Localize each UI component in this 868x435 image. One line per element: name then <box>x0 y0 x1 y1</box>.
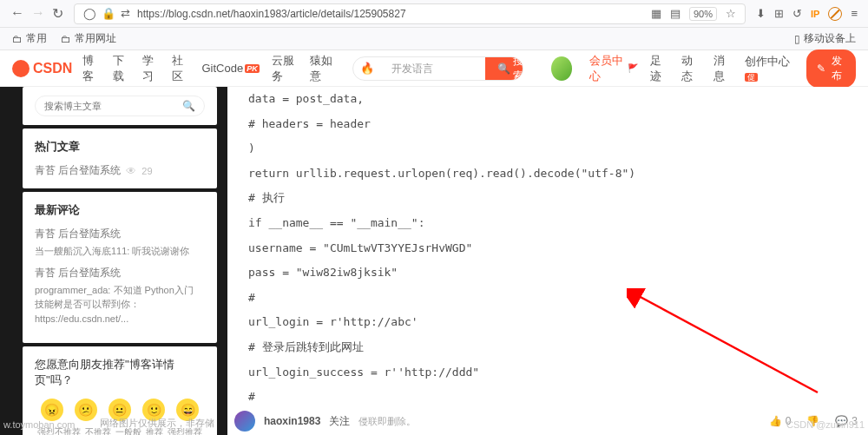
zoom-level[interactable]: 90% <box>689 7 717 21</box>
fire-icon: 🔥 <box>353 62 381 75</box>
follow-button[interactable]: 关注 <box>329 414 350 429</box>
bookmark-star-icon[interactable]: ☆ <box>726 7 736 20</box>
watermark-csdn: CSDN @zubin911 <box>786 419 865 430</box>
folder-icon: 🗀 <box>12 33 23 45</box>
emoji-unhappy[interactable]: 😕 <box>75 399 97 421</box>
code-line: # 执行 <box>248 186 847 211</box>
del-note: 侵联即删除。 <box>358 415 416 428</box>
code-line: if __name__ == "__main__": <box>248 211 847 236</box>
code-line: ) <box>248 136 847 161</box>
card-title: 热门文章 <box>35 139 205 155</box>
code-line: data = post_data, <box>248 87 847 112</box>
user-avatar[interactable] <box>551 56 573 81</box>
publish-button[interactable]: ✎ 发布 <box>806 49 856 88</box>
shield-icon: ◯ <box>83 7 96 20</box>
code-line: return urllib.request.urlopen(req).read(… <box>248 161 847 187</box>
search-input[interactable] <box>381 63 485 75</box>
code-line: # <box>248 286 847 311</box>
refresh-button[interactable]: ↻ <box>52 5 63 22</box>
image-disclaimer: 网络图片仅供展示，非存储 <box>100 417 214 430</box>
reader-icon[interactable]: ▤ <box>670 7 681 20</box>
nav-community[interactable]: 社区 <box>172 53 189 84</box>
adblock-icon[interactable] <box>828 7 842 21</box>
code-line: username = "CUmLtwVT3YYEJsrHvWGD" <box>248 236 847 261</box>
ip-icon[interactable]: IP <box>811 9 819 19</box>
search-icon: 🔍 <box>497 63 510 75</box>
search-button[interactable]: 🔍 搜索 <box>485 56 523 81</box>
back-button[interactable]: ← <box>10 5 24 22</box>
nav-learn[interactable]: 学习 <box>142 53 160 84</box>
mobile-icon: ▯ <box>794 33 800 45</box>
nav-cloud[interactable]: 云服务 <box>272 53 298 84</box>
menu-icon[interactable]: ≡ <box>851 7 858 20</box>
article-body: data = post_data, # headers = header ) r… <box>227 87 868 435</box>
sidebar-search-input[interactable] <box>44 101 182 111</box>
code-line: # headers = header <box>248 112 847 137</box>
url-text: https://blog.csdn.net/haoxin1983/article… <box>137 8 644 20</box>
author-bar: haoxin1983 关注 侵联即删除。 👍 0 👎 💬 3 <box>234 411 858 432</box>
csdn-logo[interactable]: CSDN <box>12 60 72 77</box>
vip-link[interactable]: 会员中心 🚩 <box>589 53 638 84</box>
pen-icon: ✎ <box>817 63 825 75</box>
nav-blog[interactable]: 博客 <box>82 53 100 84</box>
comment-item[interactable]: 青苔 后台登陆系统 当一艘船沉入海底111: 听我说谢谢你 <box>35 227 205 259</box>
creative-link[interactable]: 创作中心 促 <box>745 54 797 83</box>
bookmark-folder-sites[interactable]: 🗀 常用网址 <box>61 31 116 46</box>
comment-item[interactable]: 青苔 后台登陆系统 programmer_ada: 不知道 Python入门 技… <box>35 266 205 326</box>
nav-inkstone[interactable]: 猿如意 <box>310 53 336 84</box>
hot-articles-card: 热门文章 青苔 后台登陆系统 👁 29 <box>23 129 217 188</box>
hot-badge: 促 <box>745 73 758 82</box>
hot-article-item[interactable]: 青苔 后台登陆系统 👁 29 <box>35 163 205 178</box>
search-box[interactable]: 🔥 🔍 搜索 <box>352 56 523 81</box>
code-line: pass = "wiw82iw8jksik" <box>248 260 847 286</box>
lock-icon: 🔒 <box>102 7 115 20</box>
bookmark-folder-frequent[interactable]: 🗀 常用 <box>12 31 47 46</box>
undo-icon[interactable]: ↺ <box>792 7 802 20</box>
search-icon[interactable]: 🔍 <box>182 100 195 112</box>
dynamic-link[interactable]: 动态 <box>681 53 700 84</box>
code-line: # <box>248 385 847 410</box>
permission-icon: ⇄ <box>121 7 130 20</box>
nav-gitcode[interactable]: GitCode PK <box>201 53 259 84</box>
mobile-devices[interactable]: ▯ 移动设备上 <box>794 31 856 46</box>
footprint-link[interactable]: 足迹 <box>650 53 669 84</box>
card-title: 您愿意向朋友推荐"博客详情页"吗？ <box>35 357 205 388</box>
eye-icon: 👁 <box>126 165 136 177</box>
folder-icon: 🗀 <box>61 33 71 45</box>
qr-icon[interactable]: ▦ <box>651 7 661 20</box>
author-name[interactable]: haoxin1983 <box>264 415 320 427</box>
sidebar-search-card: 🔍 <box>23 87 217 125</box>
watermark-source: w.toymoban.com <box>3 419 76 430</box>
vip-flag-icon: 🚩 <box>628 63 638 73</box>
emoji-angry[interactable]: 😠 <box>41 399 63 421</box>
forward-button[interactable]: → <box>31 5 45 22</box>
dev-icon[interactable]: ⊞ <box>774 7 784 20</box>
pk-badge: PK <box>245 64 260 73</box>
card-title: 最新评论 <box>35 202 205 218</box>
code-line: url_login = r'http://abc' <box>248 310 847 335</box>
latest-comments-card: 最新评论 青苔 后台登陆系统 当一艘船沉入海底111: 听我说谢谢你 青苔 后台… <box>23 192 217 343</box>
code-line: url_login_success = r''http://ddd" <box>248 360 847 386</box>
download-icon[interactable]: ⬇ <box>756 7 766 20</box>
address-bar[interactable]: ◯ 🔒 ⇄ https://blog.csdn.net/haoxin1983/a… <box>74 3 746 24</box>
messages-link[interactable]: 消息 <box>713 53 733 84</box>
code-line: # 登录后跳转到此网址 <box>248 335 847 360</box>
logo-icon <box>12 60 30 77</box>
author-avatar[interactable] <box>234 411 255 432</box>
nav-download[interactable]: 下载 <box>113 53 130 84</box>
